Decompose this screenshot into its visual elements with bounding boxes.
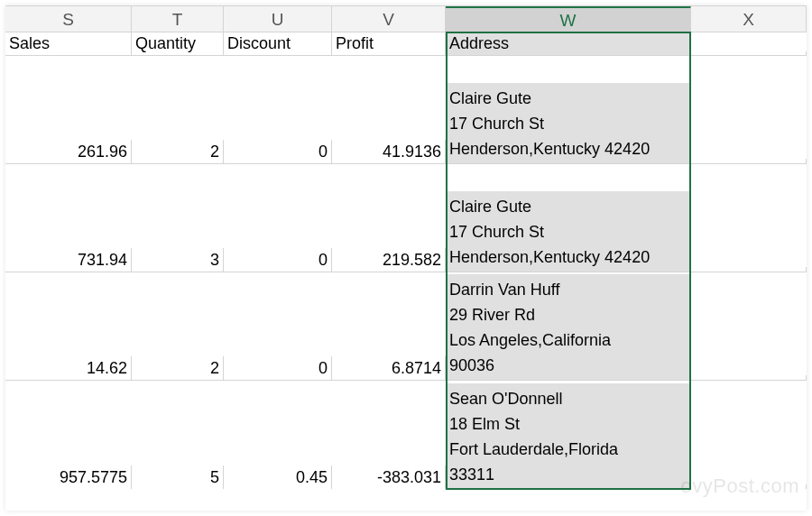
address-line: 17 Church St xyxy=(449,111,687,136)
data-row: 261.96 2 0 41.9136 Claire Gute 17 Church… xyxy=(5,56,807,164)
cell-discount[interactable]: 0 xyxy=(224,356,332,380)
cell-sales[interactable]: 261.96 xyxy=(5,140,132,163)
cell-empty[interactable] xyxy=(691,267,807,272)
header-cell-x[interactable] xyxy=(691,51,807,55)
cell-discount[interactable]: 0 xyxy=(224,140,332,163)
cell-profit[interactable]: 219.582 xyxy=(332,248,446,272)
header-cell-profit[interactable]: Profit xyxy=(332,32,446,55)
header-cell-quantity[interactable]: Quantity xyxy=(132,32,224,55)
cell-sales[interactable]: 14.62 xyxy=(5,356,132,380)
cell-address[interactable]: Claire Gute 17 Church St Henderson,Kentu… xyxy=(446,83,691,163)
col-header-s[interactable]: S xyxy=(5,6,132,32)
cell-sales[interactable]: 957.5775 xyxy=(5,465,132,489)
header-cell-sales[interactable]: Sales xyxy=(5,32,132,55)
cell-quantity[interactable]: 2 xyxy=(132,356,224,380)
header-cell-address[interactable]: Address xyxy=(446,32,691,55)
column-headers-row: S T U V W X xyxy=(5,5,807,32)
address-line: Claire Gute xyxy=(449,194,687,219)
spreadsheet-area: S T U V W X Sales Quantity Discount Prof… xyxy=(5,5,807,511)
cell-quantity[interactable]: 5 xyxy=(132,465,224,489)
cell-address[interactable]: Sean O'Donnell 18 Elm St Fort Lauderdale… xyxy=(446,383,691,489)
cell-quantity[interactable]: 3 xyxy=(132,248,224,272)
cell-empty[interactable] xyxy=(691,159,807,163)
address-line: Fort Lauderdale,Florida xyxy=(449,437,687,462)
data-row: 731.94 3 0 219.582 Claire Gute 17 Church… xyxy=(5,164,807,272)
cell-sales[interactable]: 731.94 xyxy=(5,248,132,272)
col-header-v[interactable]: V xyxy=(332,6,446,32)
cell-address[interactable]: Claire Gute 17 Church St Henderson,Kentu… xyxy=(446,191,691,272)
col-header-t[interactable]: T xyxy=(132,6,224,32)
address-line: Claire Gute xyxy=(449,86,687,111)
address-line: 18 Elm St xyxy=(449,411,687,437)
address-line: 17 Church St xyxy=(449,219,687,244)
address-line: Los Angeles,California xyxy=(449,327,687,353)
data-row: 14.62 2 0 6.8714 Darrin Van Huff 29 Rive… xyxy=(5,272,807,381)
address-line: Henderson,Kentucky 42420 xyxy=(449,244,687,270)
address-line: Henderson,Kentucky 42420 xyxy=(449,136,687,161)
data-row: 957.5775 5 0.45 -383.031 Sean O'Donnell … xyxy=(5,381,807,489)
col-header-u[interactable]: U xyxy=(224,6,332,32)
cell-profit[interactable]: 41.9136 xyxy=(332,140,446,163)
address-line: Sean O'Donnell xyxy=(449,386,687,411)
address-line: Darrin Van Huff xyxy=(449,277,687,302)
cell-quantity[interactable]: 2 xyxy=(132,140,224,163)
address-line: 33311 xyxy=(449,462,687,487)
grid-body: Sales Quantity Discount Profit Address 2… xyxy=(5,32,807,489)
cell-address[interactable]: Darrin Van Huff 29 River Rd Los Angeles,… xyxy=(446,274,691,380)
cell-profit[interactable]: -383.031 xyxy=(332,465,446,489)
cell-empty[interactable] xyxy=(691,375,807,380)
field-header-row: Sales Quantity Discount Profit Address xyxy=(5,32,807,56)
cell-profit[interactable]: 6.8714 xyxy=(332,356,446,380)
cell-discount[interactable]: 0.45 xyxy=(224,465,332,489)
address-line: 90036 xyxy=(449,353,687,378)
cell-empty[interactable] xyxy=(691,484,807,489)
cell-discount[interactable]: 0 xyxy=(224,248,332,272)
col-header-w[interactable]: W xyxy=(446,6,691,32)
header-cell-discount[interactable]: Discount xyxy=(224,32,332,55)
col-header-x[interactable]: X xyxy=(691,6,807,32)
address-line: 29 River Rd xyxy=(449,302,687,327)
